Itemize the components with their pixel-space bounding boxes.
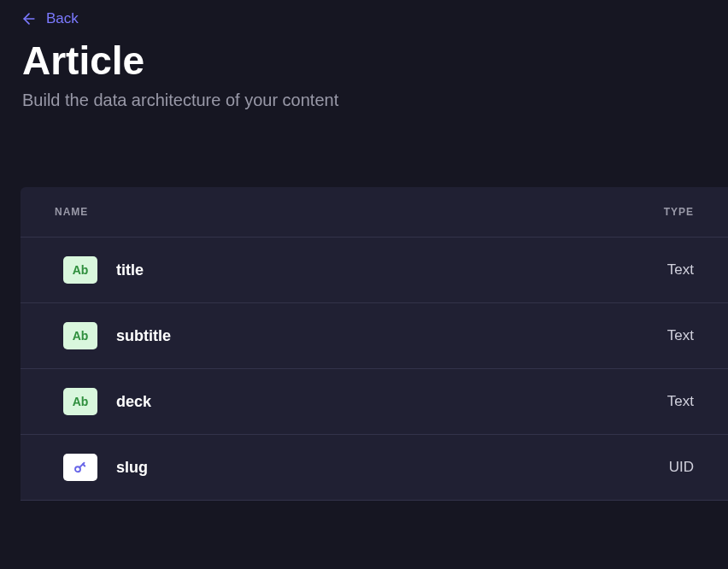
page-subtitle: Build the data architecture of your cont… xyxy=(22,91,706,110)
row-left: Ab title xyxy=(63,256,144,284)
table-row[interactable]: Ab title Text xyxy=(21,238,728,303)
field-type: Text xyxy=(667,327,694,344)
uid-field-icon xyxy=(63,454,97,481)
table-row[interactable]: Ab subtitle Text xyxy=(21,303,728,369)
fields-table: NAME TYPE Ab title Text Ab subtitle Text… xyxy=(21,187,728,501)
row-left: Ab deck xyxy=(63,388,151,415)
page-header: Article Build the data architecture of y… xyxy=(0,38,728,144)
field-type: Text xyxy=(667,393,694,410)
svg-line-3 xyxy=(83,464,85,466)
table-row[interactable]: Ab deck Text xyxy=(21,369,728,435)
text-field-icon: Ab xyxy=(63,322,97,349)
table-row[interactable]: slug UID xyxy=(21,435,728,501)
field-name: subtitle xyxy=(116,327,171,345)
back-label: Back xyxy=(46,10,79,27)
field-type: Text xyxy=(667,261,694,279)
field-name: slug xyxy=(116,459,148,477)
row-left: slug xyxy=(63,454,148,481)
table-header-type: TYPE xyxy=(664,206,694,218)
page-title: Article xyxy=(22,38,706,84)
table-header-name: NAME xyxy=(55,206,88,218)
back-link[interactable]: Back xyxy=(0,0,99,38)
arrow-left-icon xyxy=(21,10,38,27)
field-name: title xyxy=(116,261,144,279)
field-type: UID xyxy=(669,459,694,476)
field-name: deck xyxy=(116,393,151,411)
text-field-icon: Ab xyxy=(63,256,97,284)
row-left: Ab subtitle xyxy=(63,322,171,349)
text-field-icon: Ab xyxy=(63,388,97,415)
table-header: NAME TYPE xyxy=(21,187,728,238)
